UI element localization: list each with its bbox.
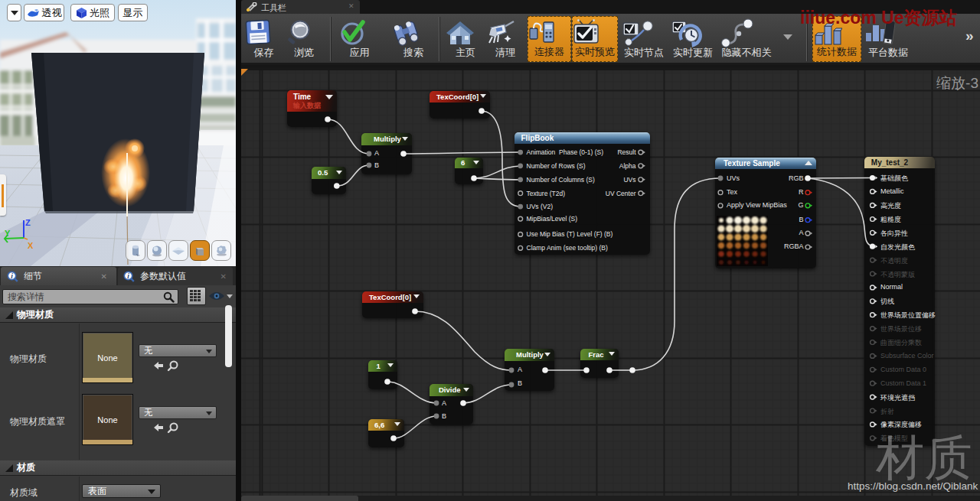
svg-text:Z: Z <box>25 218 31 227</box>
svg-text:X: X <box>28 241 34 250</box>
svg-text:Y: Y <box>5 229 11 238</box>
